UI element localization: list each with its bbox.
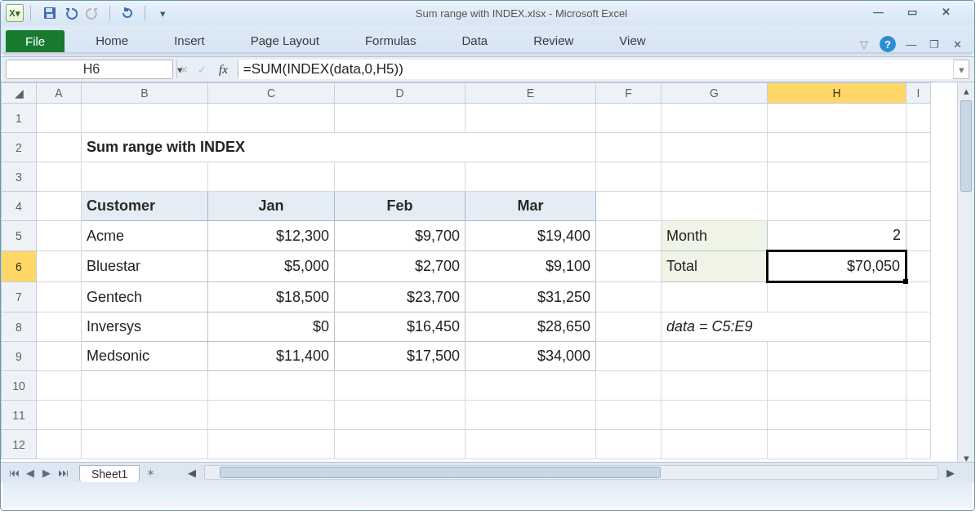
quick-access-toolbar: ▾ bbox=[42, 6, 170, 20]
table-cell[interactable]: $9,700 bbox=[335, 221, 466, 251]
scroll-up-icon[interactable]: ▴ bbox=[958, 82, 974, 99]
tab-page-layout[interactable]: Page Layout bbox=[228, 29, 342, 52]
col-header[interactable]: E bbox=[466, 83, 596, 104]
tab-insert[interactable]: Insert bbox=[151, 29, 228, 52]
save-icon[interactable] bbox=[42, 6, 57, 20]
row-header[interactable]: 10 bbox=[2, 371, 37, 401]
tab-review[interactable]: Review bbox=[510, 29, 596, 52]
tab-data[interactable]: Data bbox=[439, 29, 510, 52]
row-header[interactable]: 9 bbox=[2, 342, 37, 371]
vertical-scrollbar[interactable]: ▴ ▾ bbox=[957, 82, 974, 466]
formula-bar: ▾ ✕ ✓ fx ▾ bbox=[1, 56, 974, 82]
bottom-fade bbox=[1, 477, 974, 510]
total-value-active-cell[interactable]: $70,050 bbox=[768, 251, 906, 282]
col-header[interactable]: G bbox=[662, 83, 768, 104]
name-box[interactable]: ▾ bbox=[6, 60, 173, 79]
named-range-note: data = C5:E9 bbox=[662, 312, 906, 342]
table-cell[interactable]: $12,300 bbox=[208, 221, 335, 251]
table-cell[interactable]: $11,400 bbox=[208, 342, 335, 371]
col-header[interactable]: H bbox=[768, 83, 906, 104]
undo-icon[interactable] bbox=[64, 6, 78, 20]
row-header[interactable]: 11 bbox=[2, 401, 37, 430]
svg-rect-1 bbox=[46, 8, 52, 12]
row-header[interactable]: 3 bbox=[2, 162, 37, 192]
col-header[interactable]: I bbox=[906, 83, 931, 104]
title-bar: X▾ ▾ Sum range with INDEX.xlsx - Microso… bbox=[1, 1, 974, 25]
month-label: Month bbox=[662, 221, 768, 251]
col-header[interactable]: A bbox=[37, 83, 82, 104]
doc-close-icon[interactable]: ✕ bbox=[950, 37, 964, 51]
table-cell[interactable]: $9,100 bbox=[466, 251, 596, 282]
formula-input-wrap: ▾ bbox=[238, 60, 969, 79]
select-all-corner[interactable]: ◢ bbox=[2, 83, 37, 104]
total-label: Total bbox=[662, 251, 768, 282]
cancel-formula-icon[interactable]: ✕ bbox=[176, 62, 191, 77]
table-cell[interactable]: $16,450 bbox=[335, 312, 466, 342]
month-value[interactable]: 2 bbox=[768, 221, 906, 251]
col-header[interactable]: D bbox=[335, 83, 466, 104]
fx-icon[interactable]: fx bbox=[212, 63, 234, 77]
column-headers[interactable]: ◢ A B C D E F G H I bbox=[2, 83, 931, 104]
table-cell[interactable]: Gentech bbox=[82, 282, 208, 312]
table-cell[interactable]: Inversys bbox=[82, 312, 208, 342]
row-header[interactable]: 5 bbox=[2, 221, 37, 251]
refresh-icon[interactable] bbox=[120, 6, 135, 20]
maximize-button[interactable]: ▭ bbox=[907, 6, 930, 20]
table-cell[interactable]: $34,000 bbox=[466, 342, 596, 371]
qat-customize-icon[interactable]: ▾ bbox=[155, 6, 170, 20]
col-header[interactable]: C bbox=[208, 83, 335, 104]
table-cell[interactable]: $28,650 bbox=[466, 312, 596, 342]
table-cell[interactable]: Bluestar bbox=[82, 251, 208, 282]
row-header[interactable]: 1 bbox=[2, 104, 37, 133]
table-cell[interactable]: $17,500 bbox=[335, 342, 466, 371]
table-cell[interactable]: $2,700 bbox=[335, 251, 466, 282]
name-box-input[interactable] bbox=[7, 60, 176, 78]
doc-restore-icon[interactable]: ❐ bbox=[927, 37, 942, 51]
redo-icon[interactable] bbox=[85, 6, 100, 20]
help-icon[interactable]: ? bbox=[880, 36, 896, 52]
enter-formula-icon[interactable]: ✓ bbox=[194, 62, 209, 77]
scroll-thumb[interactable] bbox=[960, 100, 972, 192]
ribbon-tabs: File Home Insert Page Layout Formulas Da… bbox=[1, 25, 974, 52]
tab-file[interactable]: File bbox=[6, 30, 65, 52]
excel-window: X▾ ▾ Sum range with INDEX.xlsx - Microso… bbox=[0, 0, 975, 511]
close-button[interactable]: ✕ bbox=[942, 6, 964, 20]
table-cell[interactable]: $18,500 bbox=[208, 282, 335, 312]
row-header[interactable]: 4 bbox=[2, 192, 37, 221]
spreadsheet-grid[interactable]: ◢ A B C D E F G H I 1 2 Sum range with I… bbox=[1, 82, 931, 459]
tab-formulas[interactable]: Formulas bbox=[342, 29, 439, 52]
minimize-button[interactable]: ― bbox=[873, 6, 896, 20]
table-cell[interactable]: $31,250 bbox=[466, 282, 596, 312]
table-cell[interactable]: $5,000 bbox=[208, 251, 335, 282]
window-controls: ― ▭ ✕ bbox=[873, 6, 964, 20]
table-header: Customer bbox=[82, 192, 208, 221]
row-header[interactable]: 12 bbox=[2, 430, 37, 459]
table-header: Feb bbox=[335, 192, 466, 221]
excel-logo-icon: X▾ bbox=[6, 4, 24, 22]
ribbon-minimize-icon[interactable]: ▽ bbox=[857, 37, 871, 51]
worksheet-area: ◢ A B C D E F G H I 1 2 Sum range with I… bbox=[1, 82, 974, 482]
formula-expand-icon[interactable]: ▾ bbox=[953, 60, 969, 78]
row-header[interactable]: 6 bbox=[2, 251, 37, 282]
table-cell[interactable]: $0 bbox=[208, 312, 335, 342]
table-header: Mar bbox=[466, 192, 596, 221]
page-title: Sum range with INDEX bbox=[82, 133, 596, 162]
doc-minimize-icon[interactable]: ― bbox=[904, 37, 919, 51]
window-title: Sum range with INDEX.xlsx - Microsoft Ex… bbox=[170, 7, 873, 20]
col-header[interactable]: B bbox=[82, 83, 208, 104]
table-cell[interactable]: Acme bbox=[82, 221, 208, 251]
row-header[interactable]: 2 bbox=[2, 133, 37, 162]
row-header[interactable]: 8 bbox=[2, 312, 37, 342]
svg-rect-2 bbox=[47, 14, 53, 18]
formula-input[interactable] bbox=[238, 60, 953, 79]
table-cell[interactable]: Medsonic bbox=[82, 342, 208, 371]
table-cell[interactable]: $23,700 bbox=[335, 282, 466, 312]
row-header[interactable]: 7 bbox=[2, 282, 37, 312]
col-header[interactable]: F bbox=[596, 83, 662, 104]
table-cell[interactable]: $19,400 bbox=[466, 221, 596, 251]
tab-home[interactable]: Home bbox=[73, 29, 151, 52]
table-header: Jan bbox=[208, 192, 335, 221]
tab-view[interactable]: View bbox=[596, 29, 668, 52]
